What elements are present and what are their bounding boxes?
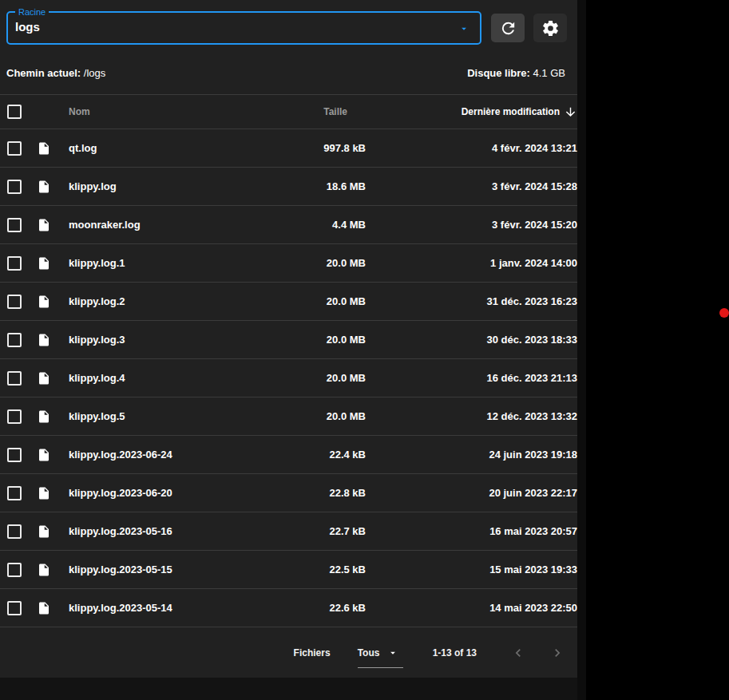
file-size: 22.4 kB (270, 449, 366, 461)
file-name: klippy.log.4 (69, 372, 270, 384)
row-checkbox[interactable] (7, 333, 22, 347)
items-per-page-label: Fichiers (294, 647, 331, 658)
items-per-page-select[interactable]: Tous (358, 647, 403, 658)
file-row[interactable]: klippy.log.2023-05-15 22.5 kB 15 mai 202… (0, 551, 577, 589)
row-checkbox[interactable] (7, 524, 22, 539)
file-icon (37, 140, 51, 156)
column-header-name[interactable]: Nom (69, 106, 270, 117)
path-info-bar: Chemin actuel: /logs Disque libre: 4.1 G… (0, 67, 577, 81)
file-name: klippy.log.2023-05-16 (69, 525, 270, 537)
table-footer: Fichiers Tous 1-13 of 13 (0, 627, 577, 678)
row-checkbox[interactable] (7, 218, 22, 232)
file-icon (37, 485, 51, 501)
file-name: moonraker.log (69, 219, 270, 231)
select-all-checkbox[interactable] (7, 105, 22, 119)
row-checkbox[interactable] (7, 486, 22, 500)
sort-descending-arrow-icon (564, 105, 577, 119)
file-icon (37, 294, 51, 310)
file-modified: 4 févr. 2024 13:21 (366, 142, 577, 154)
row-checkbox[interactable] (7, 141, 22, 156)
row-checkbox[interactable] (7, 256, 22, 271)
column-header-size[interactable]: Taille (270, 106, 366, 117)
right-edge-strip (577, 0, 586, 700)
file-row[interactable]: moonraker.log 4.4 MB 3 févr. 2024 15:20 (0, 206, 577, 244)
file-icon (37, 332, 51, 348)
chevron-down-icon (458, 23, 469, 34)
row-checkbox[interactable] (7, 295, 22, 309)
chevron-down-icon (387, 647, 398, 658)
file-modified: 31 déc. 2023 16:23 (366, 295, 577, 307)
file-modified: 3 févr. 2024 15:20 (366, 219, 577, 231)
file-size: 997.8 kB (270, 142, 366, 154)
file-row[interactable]: klippy.log 18.6 MB 3 févr. 2024 15:28 (0, 168, 577, 206)
column-header-modified[interactable]: Dernière modification (366, 105, 577, 119)
file-modified: 16 déc. 2023 21:13 (366, 372, 577, 384)
file-name: klippy.log.2023-06-20 (69, 487, 270, 499)
file-modified: 14 mai 2023 22:50 (366, 602, 577, 614)
chevron-right-icon (549, 645, 565, 661)
row-checkbox[interactable] (7, 371, 22, 386)
file-name: qt.log (69, 142, 270, 154)
file-row[interactable]: klippy.log.2023-06-24 22.4 kB 24 juin 20… (0, 436, 577, 474)
file-row[interactable]: klippy.log.2023-05-16 22.7 kB 16 mai 202… (0, 512, 577, 551)
root-directory-select[interactable]: Racine logs (6, 11, 481, 45)
file-name: klippy.log.2023-05-15 (69, 564, 270, 575)
file-name: klippy.log.2023-06-24 (69, 449, 270, 461)
root-select-label: Racine (15, 6, 49, 18)
file-name: klippy.log (69, 180, 270, 192)
file-row[interactable]: klippy.log.4 20.0 MB 16 déc. 2023 21:13 (0, 359, 577, 397)
file-modified: 15 mai 2023 19:33 (366, 564, 577, 575)
gear-icon (541, 19, 560, 38)
file-row[interactable]: klippy.log.1 20.0 MB 1 janv. 2024 14:00 (0, 244, 577, 283)
row-checkbox[interactable] (7, 180, 22, 194)
app-window: Racine logs Chemin actuel: /logs Disque … (0, 0, 729, 700)
file-size: 20.0 MB (270, 334, 366, 346)
file-modified: 12 déc. 2023 13:32 (366, 410, 577, 422)
file-size: 22.7 kB (270, 525, 366, 537)
next-page-button[interactable] (548, 643, 567, 662)
file-row[interactable]: klippy.log.2023-06-20 22.8 kB 20 juin 20… (0, 474, 577, 512)
file-name: klippy.log.2023-05-14 (69, 602, 270, 614)
current-path: Chemin actuel: /logs (6, 67, 105, 81)
current-path-label: Chemin actuel: (6, 67, 81, 79)
free-disk: Disque libre: 4.1 GB (467, 67, 565, 81)
file-name: klippy.log.1 (69, 257, 270, 269)
row-checkbox[interactable] (7, 409, 22, 424)
file-size: 4.4 MB (270, 219, 366, 231)
file-icon (37, 370, 51, 386)
free-disk-label: Disque libre: (467, 67, 530, 79)
file-size: 22.8 kB (270, 487, 366, 499)
file-size: 18.6 MB (270, 180, 366, 192)
row-checkbox[interactable] (7, 601, 22, 615)
items-per-page-value: Tous (358, 647, 380, 658)
file-row[interactable]: klippy.log.5 20.0 MB 12 déc. 2023 13:32 (0, 397, 577, 436)
file-row[interactable]: qt.log 997.8 kB 4 févr. 2024 13:21 (0, 129, 577, 168)
prev-page-button[interactable] (509, 643, 528, 662)
settings-button[interactable] (533, 14, 567, 42)
file-size: 22.6 kB (270, 602, 366, 614)
page-background-strip (0, 678, 577, 700)
file-size: 22.5 kB (270, 564, 366, 575)
file-size: 20.0 MB (270, 257, 366, 269)
file-size: 20.0 MB (270, 372, 366, 384)
refresh-button[interactable] (491, 14, 525, 42)
root-select-value: logs (15, 20, 40, 34)
pagination-range: 1-13 of 13 (433, 647, 477, 658)
file-row[interactable]: klippy.log.3 20.0 MB 30 déc. 2023 18:33 (0, 321, 577, 359)
file-row[interactable]: klippy.log.2 20.0 MB 31 déc. 2023 16:23 (0, 283, 577, 321)
file-modified: 3 févr. 2024 15:28 (366, 180, 577, 192)
file-modified: 1 janv. 2024 14:00 (366, 257, 577, 269)
file-modified: 30 déc. 2023 18:33 (366, 334, 577, 346)
file-modified: 24 juin 2023 19:18 (366, 449, 577, 461)
row-checkbox[interactable] (7, 448, 22, 462)
table-header: Nom Taille Dernière modification (0, 94, 577, 129)
file-icon (37, 447, 51, 463)
file-icon (37, 409, 51, 425)
file-size: 20.0 MB (270, 410, 366, 422)
file-icon (37, 562, 51, 578)
row-checkbox[interactable] (7, 563, 22, 577)
red-dot-indicator (719, 308, 729, 318)
file-name: klippy.log.5 (69, 410, 270, 422)
file-row[interactable]: klippy.log.2023-05-14 22.6 kB 14 mai 202… (0, 589, 577, 627)
file-icon (37, 179, 51, 195)
